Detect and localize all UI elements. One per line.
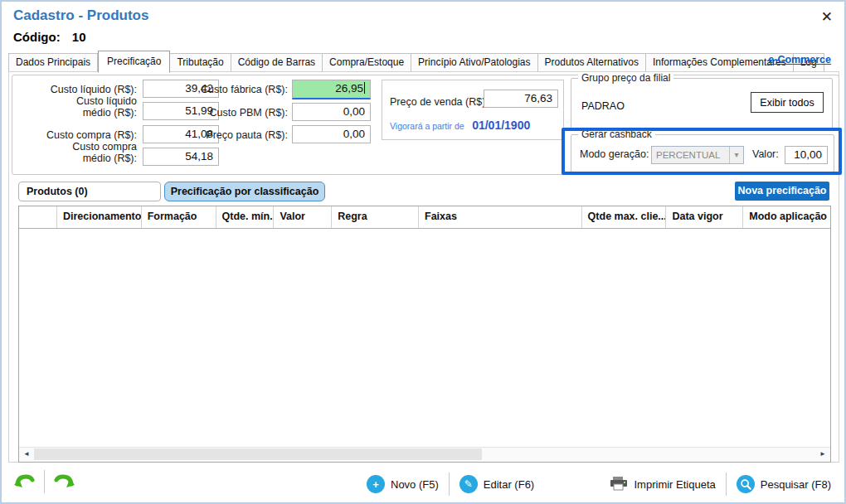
custo-pbm-label: Custo PBM (R$):	[188, 107, 288, 119]
col-data-vigor[interactable]: Data vigor	[666, 206, 743, 228]
cashback-mode-select[interactable]: PERCENTUAL ▾	[651, 146, 744, 164]
preco-venda-field[interactable]: 76,63	[484, 90, 558, 108]
preco-pauta-label: Preço pauta (R$):	[188, 129, 288, 141]
scrollbar-thumb[interactable]	[34, 448, 482, 460]
effective-date-row: Vigorará a partir de 01/01/1900	[390, 118, 530, 133]
edit-label: Editar (F6)	[484, 478, 534, 491]
preco-venda-label: Preço de venda (R$):	[390, 96, 489, 108]
custo-fabrica-value: 26,95	[335, 82, 363, 94]
show-all-button[interactable]: Exibir todos	[751, 92, 824, 113]
effective-date-value: 01/01/1900	[472, 119, 530, 132]
code-row: Código: 10	[13, 30, 86, 44]
pricing-table: Direcionamento Formação Qtde. mín. Valor…	[18, 206, 831, 463]
tab-produtos-alternativos[interactable]: Produtos Alternativos	[538, 53, 646, 72]
footer-divider	[726, 472, 727, 496]
pencil-icon: ✎	[459, 475, 478, 493]
undo-arrow-icon[interactable]	[13, 470, 36, 493]
col-regra[interactable]: Regra	[332, 206, 419, 228]
tab-principio-ativo-patologias[interactable]: Princípio Ativo/Patologias	[411, 53, 537, 72]
close-icon[interactable]: ✕	[821, 8, 833, 26]
custo-liquido-label: Custo líquido (R$):	[17, 84, 137, 95]
footer-right-buttons: Imprimir Etiqueta Pesquisar (F8)	[609, 469, 832, 499]
custo-compra-medio-label: Custo compra médio (R$):	[54, 141, 137, 164]
cashback-groupbox: Gerar cashback Modo geração: PERCENTUAL …	[571, 134, 834, 172]
print-label-button[interactable]: Imprimir Etiqueta	[609, 476, 716, 493]
redo-arrow-icon[interactable]	[52, 470, 75, 493]
branch-price-group-name: PADRAO	[581, 100, 625, 112]
cashback-mode-label: Modo geração:	[580, 148, 649, 160]
custo-pbm-field[interactable]: 0,00	[292, 103, 371, 121]
custo-fabrica-label: Custo fábrica (R$):	[188, 84, 288, 95]
new-record-button[interactable]: + Novo (F5)	[367, 475, 439, 493]
custo-fabrica-field[interactable]: 26,95	[292, 80, 371, 99]
print-label-text: Imprimir Etiqueta	[634, 478, 716, 491]
code-label: Código:	[13, 30, 61, 44]
products-toggle[interactable]: Produtos (0)	[18, 182, 161, 201]
undo-redo-group	[13, 470, 75, 493]
new-record-label: Novo (F5)	[391, 478, 439, 491]
custo-compra-medio-field[interactable]: 54,18	[143, 148, 219, 166]
classification-toggle[interactable]: Precificação por classificação (0)	[164, 182, 325, 201]
text-caret	[364, 82, 365, 94]
tab-compra-estoque[interactable]: Compra/Estoque	[323, 53, 411, 72]
cashback-legend: Gerar cashback	[578, 128, 655, 140]
plus-icon: +	[367, 475, 385, 493]
branch-price-groupbox: Grupo preço da filial PADRAO Exibir todo…	[571, 78, 833, 129]
col-direcionamento[interactable]: Direcionamento	[57, 206, 142, 228]
preco-pauta-field[interactable]: 0,00	[292, 125, 371, 143]
cashback-mode-value: PERCENTUAL	[652, 150, 720, 160]
scroll-right-icon[interactable]: ►	[817, 448, 829, 461]
tab-bar: Dados Principais Precificação Tributação…	[8, 51, 746, 72]
footer-center-buttons: + Novo (F5) ✎ Editar (F6)	[367, 469, 534, 499]
footer-divider	[449, 472, 450, 496]
cashback-value-label: Valor:	[752, 148, 779, 160]
col-select	[19, 206, 57, 228]
edit-button[interactable]: ✎ Editar (F6)	[459, 475, 534, 493]
printer-icon	[609, 476, 629, 493]
ecommerce-link[interactable]: e-Commerce	[768, 54, 831, 65]
effective-date-label: Vigorará a partir de	[390, 121, 464, 131]
col-qtde-min[interactable]: Qtde. mín.	[216, 206, 275, 228]
table-header-row: Direcionamento Formação Qtde. mín. Valor…	[19, 206, 830, 229]
chevron-down-icon: ▾	[729, 147, 743, 163]
scroll-left-icon[interactable]: ◄	[21, 448, 32, 461]
col-modo-aplicacao[interactable]: Modo aplicação	[743, 206, 830, 228]
custo-compra-label: Custo compra (R$):	[17, 129, 137, 141]
tab-tributacao[interactable]: Tributação	[170, 53, 231, 72]
tab-codigo-de-barras[interactable]: Código de Barras	[231, 53, 323, 72]
search-button[interactable]: Pesquisar (F8)	[737, 475, 831, 493]
new-pricing-button[interactable]: Nova precificação	[735, 182, 829, 201]
branch-price-legend: Grupo preço da filial	[578, 72, 673, 84]
col-formacao[interactable]: Formação	[142, 206, 216, 228]
page-title: Cadastro - Produtos	[13, 7, 148, 24]
footer-divider	[44, 470, 45, 493]
horizontal-scrollbar: ◄ ►	[19, 447, 830, 462]
search-icon	[737, 475, 755, 493]
cashback-value-field[interactable]: 10,00	[785, 146, 828, 164]
col-valor[interactable]: Valor	[274, 206, 332, 228]
search-label: Pesquisar (F8)	[761, 478, 831, 491]
custo-liquido-medio-label: Custo líquido médio (R$):	[54, 95, 137, 119]
table-body-empty	[19, 229, 830, 448]
cadastro-produtos-window: Cadastro - Produtos ✕ Código: 10 Dados P…	[0, 0, 846, 504]
col-faixas[interactable]: Faixas	[419, 206, 582, 228]
tab-precificacao[interactable]: Precificação	[98, 51, 170, 73]
col-qtde-max-clie[interactable]: Qtde max. clie...	[582, 206, 667, 228]
tab-dados-principais[interactable]: Dados Principais	[8, 53, 98, 72]
sale-price-box: Preço de venda (R$): 76,63 Vigorará a pa…	[382, 80, 564, 140]
code-value: 10	[72, 30, 86, 44]
